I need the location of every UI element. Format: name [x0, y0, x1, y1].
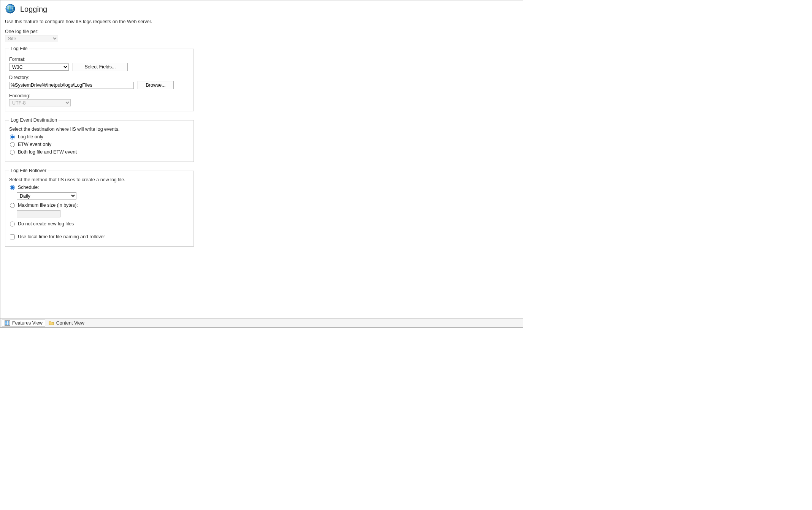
log-file-legend: Log File [9, 46, 29, 51]
one-log-file-per-label: One log file per: [5, 29, 518, 34]
logging-panel: Logging Use this feature to configure ho… [0, 0, 523, 328]
tab-content-view[interactable]: Content View [46, 320, 87, 326]
browse-button[interactable]: Browse... [138, 81, 174, 89]
svg-point-0 [6, 4, 15, 13]
svg-rect-5 [8, 323, 9, 325]
logging-icon [5, 3, 16, 15]
radio-max-size[interactable]: Maximum file size (in bytes): [10, 203, 189, 208]
radio-both-input[interactable] [10, 150, 15, 155]
log-file-rollover-group: Log File Rollover Select the method that… [5, 168, 194, 247]
radio-schedule-input[interactable] [10, 185, 15, 190]
radio-etw-only-label: ETW event only [18, 142, 51, 147]
rollover-legend: Log File Rollover [9, 168, 48, 173]
rollover-description: Select the method that IIS uses to creat… [9, 177, 190, 182]
radio-log-file-only-label: Log file only [18, 134, 43, 139]
format-label: Format: [9, 57, 190, 62]
format-select[interactable]: W3C [9, 63, 69, 71]
features-view-icon [5, 320, 10, 326]
log-file-group: Log File Format: W3C Select Fields... Di… [5, 46, 194, 111]
tab-content-view-label: Content View [56, 320, 84, 326]
radio-max-size-input[interactable] [10, 203, 15, 208]
radio-schedule-label: Schedule: [18, 185, 39, 190]
radio-etw-only[interactable]: ETW event only [10, 142, 189, 147]
content-view-icon [49, 320, 54, 326]
main-area: Logging Use this feature to configure ho… [0, 0, 523, 318]
radio-no-new-input[interactable] [10, 222, 15, 226]
check-local-time-input[interactable] [10, 234, 15, 239]
destination-description: Select the destination where IIS will wr… [9, 127, 190, 132]
max-size-input [17, 210, 60, 217]
directory-input[interactable] [9, 82, 134, 89]
radio-log-file-only[interactable]: Log file only [10, 134, 189, 139]
tab-features-view[interactable]: Features View [2, 320, 45, 326]
directory-label: Directory: [9, 75, 190, 80]
schedule-select[interactable]: Daily [17, 192, 76, 200]
log-event-destination-group: Log Event Destination Select the destina… [5, 117, 194, 162]
page-title: Logging [20, 5, 47, 14]
check-local-time-label: Use local time for file naming and rollo… [18, 234, 105, 239]
radio-both[interactable]: Both log file and ETW event [10, 149, 189, 155]
footer-tabs: Features View Content View [0, 318, 523, 327]
encoding-label: Encoding: [9, 93, 190, 98]
svg-rect-4 [5, 323, 7, 325]
svg-rect-3 [8, 321, 9, 323]
radio-no-new-label: Do not create new log files [18, 221, 74, 226]
check-local-time[interactable]: Use local time for file naming and rollo… [10, 234, 189, 239]
svg-rect-2 [5, 321, 7, 323]
radio-max-size-label: Maximum file size (in bytes): [18, 203, 78, 208]
radio-log-file-only-input[interactable] [10, 135, 15, 139]
encoding-select: UTF-8 [9, 99, 71, 106]
page-description: Use this feature to configure how IIS lo… [5, 19, 518, 24]
radio-etw-only-input[interactable] [10, 142, 15, 147]
radio-schedule[interactable]: Schedule: [10, 185, 189, 190]
one-log-file-per-select: Site [5, 35, 58, 42]
tab-features-view-label: Features View [12, 320, 43, 326]
destination-legend: Log Event Destination [9, 117, 59, 123]
radio-no-new[interactable]: Do not create new log files [10, 221, 189, 226]
radio-both-label: Both log file and ETW event [18, 149, 77, 155]
header: Logging [5, 3, 518, 15]
select-fields-button[interactable]: Select Fields... [73, 63, 128, 71]
